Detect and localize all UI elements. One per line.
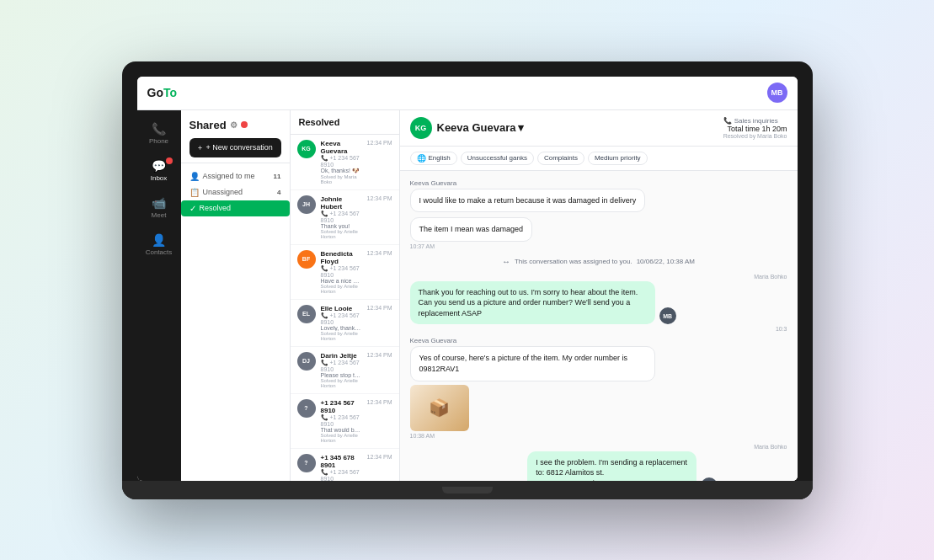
- conv-list-header: Resolved: [291, 110, 399, 135]
- tag-complaints[interactable]: Complaints: [537, 152, 584, 165]
- conversation-item-4[interactable]: DJ Darin Jeltje 📞 +1 234 567 8910 Please…: [291, 347, 399, 394]
- conv-preview-2: Have a nice day: [321, 278, 362, 284]
- conv-name-6: +1 345 678 8901: [321, 454, 362, 469]
- tag-medium-priority[interactable]: Medium priority: [588, 152, 648, 165]
- conv-time-5: 12:34 PM: [367, 399, 392, 405]
- conversation-item-6[interactable]: ? +1 345 678 8901 📞 +1 234 567 8910 Soun…: [291, 449, 399, 481]
- sidebar-item-phone[interactable]: 📞 Phone: [141, 117, 178, 151]
- sidebar-item-meet[interactable]: 📹 Meet: [141, 191, 178, 225]
- message-bubble-5: Yes of course, here's a picture of the i…: [410, 346, 655, 381]
- inbox-filters: 👤 Assigned to me 11 📋 Unassigned 4: [181, 163, 290, 221]
- conv-avatar-2: BF: [297, 250, 316, 269]
- conversation-item-2[interactable]: BF Benedicta Floyd 📞 +1 234 567 8910 Hav…: [291, 245, 399, 300]
- message-group-4: Maria Bohko Thank you for reaching out t…: [410, 274, 787, 333]
- chat-header: KG Keeva Guevara ▾ 📞 Sales inquiries: [400, 110, 798, 147]
- package-image: 📦: [410, 385, 469, 431]
- chat-queue: 📞 Sales inquiries: [723, 117, 787, 125]
- message-bubble-2: The item I mean was damaged: [410, 217, 533, 242]
- conv-solved-1: Solved by Arielle Horton: [321, 229, 362, 239]
- message-group-2: The item I mean was damaged 10:37 AM: [410, 217, 787, 249]
- filter-unassigned[interactable]: 📋 Unassigned 4: [181, 184, 290, 200]
- conv-name-3: Elle Looie: [321, 305, 362, 312]
- conv-time-0: 12:34 PM: [367, 140, 392, 146]
- conv-preview-1: Thank you!: [321, 223, 362, 229]
- sidebar-item-label: Meet: [152, 211, 167, 219]
- user-avatar[interactable]: MB: [767, 83, 787, 103]
- app-logo: GoTo: [147, 86, 178, 99]
- chevron-down-icon[interactable]: ▾: [518, 121, 524, 134]
- sidebar-item-contacts[interactable]: 👤 Contacts: [141, 228, 178, 262]
- conv-phone-1: 📞 +1 234 567 8910: [321, 211, 362, 223]
- conv-avatar-5: ?: [297, 399, 316, 418]
- assigned-icon: 👤: [189, 172, 200, 181]
- message-bubble-1: I would like to make a return because it…: [410, 189, 646, 213]
- new-conversation-button[interactable]: ＋ + New conversation: [189, 138, 281, 157]
- agent-avatar-6: MB: [701, 477, 718, 480]
- inbox-panel: Shared ⚙ ＋ + New conversation 👤 Assigned…: [181, 110, 291, 481]
- inbox-header: Shared ⚙ ＋ + New conversation: [181, 110, 290, 163]
- agent-label-4: Maria Bohko: [754, 274, 787, 280]
- tag-unsuccessful-ganks[interactable]: Unsuccessful ganks: [461, 152, 534, 165]
- globe-icon: 🌐: [417, 154, 426, 163]
- sidebar-item-label: Contacts: [146, 248, 173, 256]
- conv-solved-0: Solved by Maria Boko: [321, 174, 362, 184]
- agent-avatar-4: MB: [659, 307, 676, 324]
- inbox-badge: [166, 157, 173, 164]
- conversation-item-1[interactable]: JH Johnie Hubert 📞 +1 234 567 8910 Thank…: [291, 190, 399, 245]
- chat-messages: Keeva Guevara I would like to make a ret…: [400, 171, 798, 481]
- message-group-6: Maria Bohko I see the problem. I'm sendi…: [410, 444, 787, 481]
- conv-name-4: Darin Jeltje: [321, 352, 362, 360]
- chat-resolved-by: Resolved by Maria Boko: [723, 133, 787, 139]
- plus-icon: ＋: [196, 142, 204, 153]
- conv-time-4: 12:34 PM: [367, 352, 392, 358]
- msg-time-5: 10:38 AM: [410, 433, 435, 439]
- conv-phone-0: 📞 +1 234 567 8910: [321, 155, 362, 168]
- conv-name-2: Benedicta Floyd: [321, 250, 362, 265]
- laptop-frame: GoTo MB 📞 Phone 💬 Inbox 📹 M: [122, 61, 813, 499]
- conv-avatar-3: EL: [297, 305, 316, 323]
- laptop-notch: [442, 487, 493, 493]
- inbox-title: Shared ⚙: [189, 119, 281, 131]
- main-area: 📞 Phone 💬 Inbox 📹 Meet 👤 Contacts: [137, 110, 798, 481]
- conv-preview-0: Ok, thanks! 🐶: [321, 168, 362, 174]
- phone-icon: 📞: [152, 122, 166, 136]
- filter-assigned-to-me[interactable]: 👤 Assigned to me 11: [181, 168, 290, 184]
- sidebar-nav: 📞 Phone 💬 Inbox 📹 Meet 👤 Contacts: [137, 110, 181, 481]
- chat-panel: KG Keeva Guevara ▾ 📞 Sales inquiries: [400, 110, 798, 481]
- chat-total-time: Total time 1h 20m: [723, 125, 787, 133]
- conv-solved-4: Solved by Arielle Horton: [321, 378, 362, 388]
- conv-phone-4: 📞 +1 234 567 8910: [321, 360, 362, 372]
- tag-english[interactable]: 🌐 English: [410, 152, 457, 165]
- conv-time-3: 12:34 PM: [367, 305, 392, 311]
- conv-phone-6: 📞 +1 234 567 8910: [321, 469, 362, 481]
- laptop-base: [122, 481, 813, 499]
- conv-solved-3: Solved by Arielle Horton: [321, 331, 362, 341]
- system-time: 10/06/22, 10:38 AM: [637, 258, 695, 265]
- conv-preview-4: Please stop texting me, thank you!: [321, 372, 362, 378]
- filter-resolved[interactable]: ✓ Resolved: [181, 200, 290, 216]
- sidebar-item-inbox[interactable]: 💬 Inbox: [141, 154, 178, 188]
- conv-phone-2: 📞 +1 234 567 8910: [321, 265, 362, 278]
- conversation-list: KG Keeva Guevara 📞 +1 234 567 8910 Ok, t…: [291, 135, 399, 481]
- contacts-icon: 👤: [152, 233, 166, 247]
- conv-time-2: 12:34 PM: [367, 250, 392, 256]
- agent-label-6: Maria Bohko: [754, 444, 787, 450]
- conversation-item-3[interactable]: EL Elle Looie 📞 +1 234 567 8910 Lovely, …: [291, 300, 399, 347]
- msg-time-2: 10:37 AM: [410, 243, 435, 249]
- conv-avatar-6: ?: [297, 454, 316, 472]
- chat-contact-name: Keeva Guevara ▾: [437, 121, 525, 134]
- assign-icon: ↔: [502, 257, 510, 266]
- conversation-item-5[interactable]: ? +1 234 567 8910 📞 +1 234 567 8910 That…: [291, 394, 399, 449]
- resolved-icon: ✓: [189, 204, 196, 213]
- laptop-screen: GoTo MB 📞 Phone 💬 Inbox 📹 M: [137, 77, 798, 481]
- chat-contact-avatar: KG: [410, 117, 432, 139]
- conv-solved-5: Solved by Arielle Horton: [321, 433, 362, 443]
- conversation-item-0[interactable]: KG Keeva Guevara 📞 +1 234 567 8910 Ok, t…: [291, 135, 399, 190]
- queue-icon: 📞: [723, 117, 732, 125]
- settings-icon[interactable]: ⚙: [230, 120, 238, 130]
- conv-avatar-4: DJ: [297, 352, 316, 371]
- conv-time-1: 12:34 PM: [367, 195, 392, 201]
- conv-preview-3: Lovely, thanks for your help: [321, 325, 362, 331]
- topbar: GoTo MB: [137, 77, 798, 110]
- message-bubble-6: I see the problem. I'm sending a replace…: [527, 451, 696, 481]
